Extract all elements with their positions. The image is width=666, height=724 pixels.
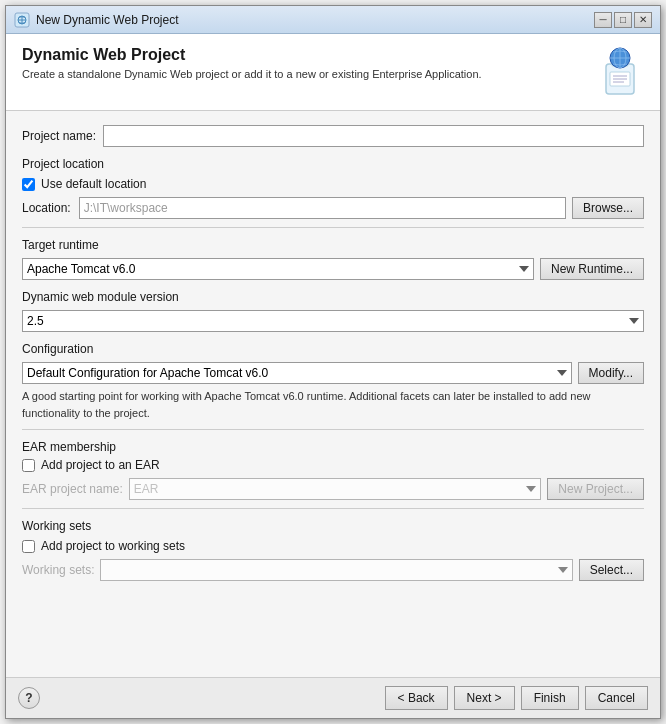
titlebar-left: New Dynamic Web Project xyxy=(14,12,179,28)
working-sets-section: Working sets Add project to working sets… xyxy=(22,519,644,581)
footer: ? < Back Next > Finish Cancel xyxy=(6,677,660,718)
target-runtime-label: Target runtime xyxy=(22,238,644,252)
minimize-button[interactable]: ─ xyxy=(594,12,612,28)
cancel-button[interactable]: Cancel xyxy=(585,686,648,710)
ear-membership-label: EAR membership xyxy=(22,440,644,454)
configuration-row: Default Configuration for Apache Tomcat … xyxy=(22,362,644,384)
maximize-button[interactable]: □ xyxy=(614,12,632,28)
use-default-location-row: Use default location xyxy=(22,177,644,191)
add-to-working-sets-checkbox[interactable] xyxy=(22,540,35,553)
project-location-label: Project location xyxy=(22,157,644,171)
divider-1 xyxy=(22,227,644,228)
header-title: Dynamic Web Project xyxy=(22,46,482,64)
modify-button[interactable]: Modify... xyxy=(578,362,644,384)
content-area: Project name: Project location Use defau… xyxy=(6,111,660,677)
add-to-working-sets-row: Add project to working sets xyxy=(22,539,644,553)
ear-project-name-dropdown[interactable]: EAR xyxy=(129,478,542,500)
divider-2 xyxy=(22,429,644,430)
help-button[interactable]: ? xyxy=(18,687,40,709)
ear-project-row: EAR project name: EAR New Project... xyxy=(22,478,644,500)
titlebar-buttons: ─ □ ✕ xyxy=(594,12,652,28)
add-to-working-sets-text: Add project to working sets xyxy=(41,539,185,553)
select-button[interactable]: Select... xyxy=(579,559,644,581)
configuration-label: Configuration xyxy=(22,342,644,356)
dynamic-web-module-dropdown[interactable]: 2.5 xyxy=(22,310,644,332)
next-button[interactable]: Next > xyxy=(454,686,515,710)
browse-button[interactable]: Browse... xyxy=(572,197,644,219)
project-name-input[interactable] xyxy=(103,125,644,147)
configuration-dropdown[interactable]: Default Configuration for Apache Tomcat … xyxy=(22,362,572,384)
footer-buttons: < Back Next > Finish Cancel xyxy=(385,686,648,710)
add-to-ear-text: Add project to an EAR xyxy=(41,458,160,472)
dynamic-web-module-label: Dynamic web module version xyxy=(22,290,644,304)
header-section: Dynamic Web Project Create a standalone … xyxy=(6,34,660,111)
titlebar-icon xyxy=(14,12,30,28)
target-runtime-row: Apache Tomcat v6.0 New Runtime... xyxy=(22,258,644,280)
finish-button[interactable]: Finish xyxy=(521,686,579,710)
divider-3 xyxy=(22,508,644,509)
working-sets-row: Working sets: Select... xyxy=(22,559,644,581)
titlebar-title: New Dynamic Web Project xyxy=(36,13,179,27)
target-runtime-dropdown[interactable]: Apache Tomcat v6.0 xyxy=(22,258,534,280)
configuration-description: A good starting point for working with A… xyxy=(22,388,644,421)
new-project-button[interactable]: New Project... xyxy=(547,478,644,500)
location-label-text: Location: xyxy=(22,201,71,215)
back-button[interactable]: < Back xyxy=(385,686,448,710)
header-description: Create a standalone Dynamic Web project … xyxy=(22,68,482,80)
working-sets-dropdown[interactable] xyxy=(100,559,572,581)
working-sets-label: Working sets xyxy=(22,519,644,533)
ear-membership-section: EAR membership Add project to an EAR EAR… xyxy=(22,440,644,500)
header-text: Dynamic Web Project Create a standalone … xyxy=(22,46,482,80)
add-to-ear-row: Add project to an EAR xyxy=(22,458,644,472)
location-row: Location: Browse... xyxy=(22,197,644,219)
close-button[interactable]: ✕ xyxy=(634,12,652,28)
working-sets-field-label: Working sets: xyxy=(22,563,94,577)
header-icon xyxy=(596,46,644,98)
use-default-location-text: Use default location xyxy=(41,177,146,191)
project-name-label: Project name: xyxy=(22,129,96,143)
dialog-window: New Dynamic Web Project ─ □ ✕ Dynamic We… xyxy=(5,5,661,719)
dynamic-web-module-row: 2.5 xyxy=(22,310,644,332)
add-to-ear-checkbox[interactable] xyxy=(22,459,35,472)
project-name-row: Project name: xyxy=(22,125,644,147)
ear-project-name-label: EAR project name: xyxy=(22,482,123,496)
location-input[interactable] xyxy=(79,197,566,219)
use-default-location-checkbox[interactable] xyxy=(22,178,35,191)
titlebar: New Dynamic Web Project ─ □ ✕ xyxy=(6,6,660,34)
new-runtime-button[interactable]: New Runtime... xyxy=(540,258,644,280)
